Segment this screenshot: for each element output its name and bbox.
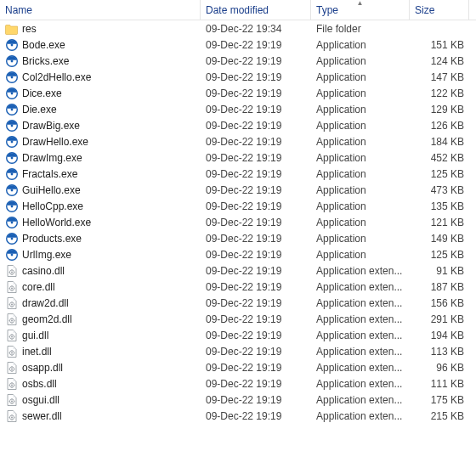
file-row[interactable]: Bode.exe09-Dec-22 19:19Application151 KB [0, 37, 476, 53]
file-row[interactable]: Dice.exe09-Dec-22 19:19Application122 KB [0, 85, 476, 101]
svg-point-39 [11, 287, 13, 289]
svg-point-3 [11, 59, 14, 62]
cell-type: Application exten... [311, 394, 410, 406]
cell-type: Application [311, 233, 410, 245]
file-row[interactable]: osapp.dll09-Dec-22 19:19Application exte… [0, 359, 476, 375]
exe-icon [5, 135, 19, 149]
exe-icon [5, 87, 19, 100]
svg-rect-71 [12, 382, 13, 383]
svg-point-23 [11, 221, 14, 223]
svg-point-21 [11, 205, 14, 207]
svg-rect-73 [9, 385, 10, 386]
file-row[interactable]: UrlImg.exe09-Dec-22 19:19Application125 … [0, 246, 476, 262]
dll-icon [5, 409, 19, 423]
svg-rect-62 [14, 352, 14, 353]
file-row[interactable]: HelloWorld.exe09-Dec-22 19:19Application… [0, 214, 476, 230]
svg-rect-32 [14, 272, 14, 273]
cell-name: HelloWorld.exe [0, 216, 201, 229]
file-row[interactable]: DrawHello.exe09-Dec-22 19:19Application1… [0, 133, 476, 149]
svg-rect-48 [12, 322, 13, 323]
file-row[interactable]: DrawImg.exe09-Dec-22 19:19Application452… [0, 149, 476, 166]
cell-name: osapp.dll [0, 361, 201, 375]
file-row[interactable]: geom2d.dll09-Dec-22 19:19Application ext… [0, 311, 476, 327]
file-row[interactable]: core.dll09-Dec-22 19:19Application exten… [0, 279, 476, 295]
file-name: Bricks.exe [22, 55, 69, 67]
svg-rect-59 [12, 350, 13, 351]
file-row[interactable]: draw2d.dll09-Dec-22 19:19Application ext… [0, 295, 476, 311]
cell-date: 09-Dec-22 19:19 [201, 39, 311, 51]
dll-icon [5, 361, 19, 375]
column-header-date-label: Date modified [206, 4, 269, 16]
file-row[interactable]: Bricks.exe09-Dec-22 19:19Application124 … [0, 53, 476, 69]
cell-type: Application [311, 55, 410, 67]
file-name: Fractals.exe [22, 168, 77, 180]
column-header-type-label: Type [316, 4, 338, 16]
svg-point-19 [11, 189, 14, 191]
svg-point-27 [11, 253, 14, 256]
file-row[interactable]: osbs.dll09-Dec-22 19:19Application exten… [0, 375, 476, 392]
file-row[interactable]: res09-Dec-22 19:34File folder [0, 20, 476, 37]
cell-type: Application [311, 184, 410, 196]
cell-size: 91 KB [410, 265, 469, 277]
svg-rect-38 [14, 288, 14, 289]
cell-size: 111 KB [410, 378, 469, 390]
cell-date: 09-Dec-22 19:19 [201, 281, 311, 293]
cell-size: 147 KB [410, 71, 469, 83]
column-header-size[interactable]: Size [410, 0, 469, 20]
cell-size: 113 KB [410, 346, 469, 358]
file-row[interactable]: inet.dll09-Dec-22 19:19Application exten… [0, 343, 476, 359]
column-header-date[interactable]: Date modified [201, 0, 311, 20]
svg-rect-44 [14, 304, 14, 305]
file-row[interactable]: Fractals.exe09-Dec-22 19:19Application12… [0, 166, 476, 182]
cell-date: 09-Dec-22 19:19 [201, 152, 311, 164]
cell-name: UrlImg.exe [0, 248, 201, 262]
file-row[interactable]: sewer.dll09-Dec-22 19:19Application exte… [0, 408, 476, 424]
svg-rect-43 [9, 304, 10, 305]
column-header-type[interactable]: Type ▲ [311, 0, 410, 20]
file-row[interactable]: Products.exe09-Dec-22 19:19Application14… [0, 230, 476, 246]
svg-point-25 [11, 237, 14, 240]
cell-date: 09-Dec-22 19:19 [201, 330, 311, 341]
cell-name: gui.dll [0, 329, 201, 342]
file-row[interactable]: DrawBig.exe09-Dec-22 19:19Application126… [0, 117, 476, 133]
file-row[interactable]: gui.dll09-Dec-22 19:19Application exten.… [0, 327, 476, 343]
file-name: Col2dHello.exe [22, 71, 91, 83]
svg-point-5 [11, 76, 14, 78]
column-header-size-label: Size [415, 4, 434, 16]
cell-date: 09-Dec-22 19:19 [201, 200, 311, 212]
cell-date: 09-Dec-22 19:19 [201, 346, 311, 358]
cell-name: DrawBig.exe [0, 119, 201, 132]
file-row[interactable]: GuiHello.exe09-Dec-22 19:19Application47… [0, 182, 476, 198]
cell-type: Application [311, 39, 410, 51]
cell-type: Application [311, 152, 410, 164]
cell-name: casino.dll [0, 264, 201, 278]
svg-rect-31 [9, 272, 10, 273]
column-header-name[interactable]: Name [0, 0, 201, 20]
cell-type: Application exten... [311, 346, 410, 358]
file-name: res [22, 23, 37, 35]
file-name: DrawImg.exe [22, 152, 82, 164]
svg-point-9 [11, 108, 14, 110]
file-name: UrlImg.exe [22, 249, 71, 261]
file-row[interactable]: Col2dHello.exe09-Dec-22 19:19Application… [0, 69, 476, 85]
file-name: osbs.dll [22, 378, 57, 390]
cell-type: Application [311, 200, 410, 212]
svg-rect-77 [12, 398, 13, 399]
cell-name: inet.dll [0, 345, 201, 358]
cell-date: 09-Dec-22 19:19 [201, 184, 311, 196]
svg-point-75 [11, 384, 13, 386]
file-name: DrawHello.exe [22, 136, 88, 148]
file-row[interactable]: casino.dll09-Dec-22 19:19Application ext… [0, 262, 476, 279]
dll-icon [5, 296, 19, 310]
cell-size: 129 KB [410, 104, 469, 116]
cell-size: 291 KB [410, 313, 469, 325]
cell-name: sewer.dll [0, 409, 201, 423]
cell-size: 126 KB [410, 120, 469, 132]
file-row[interactable]: HelloCpp.exe09-Dec-22 19:19Application13… [0, 198, 476, 214]
cell-type: Application [311, 87, 410, 99]
cell-size: 184 KB [410, 136, 469, 148]
file-row[interactable]: Die.exe09-Dec-22 19:19Application129 KB [0, 101, 476, 117]
cell-size: 151 KB [410, 39, 469, 51]
cell-name: Products.exe [0, 232, 201, 245]
file-row[interactable]: osgui.dll09-Dec-22 19:19Application exte… [0, 392, 476, 408]
